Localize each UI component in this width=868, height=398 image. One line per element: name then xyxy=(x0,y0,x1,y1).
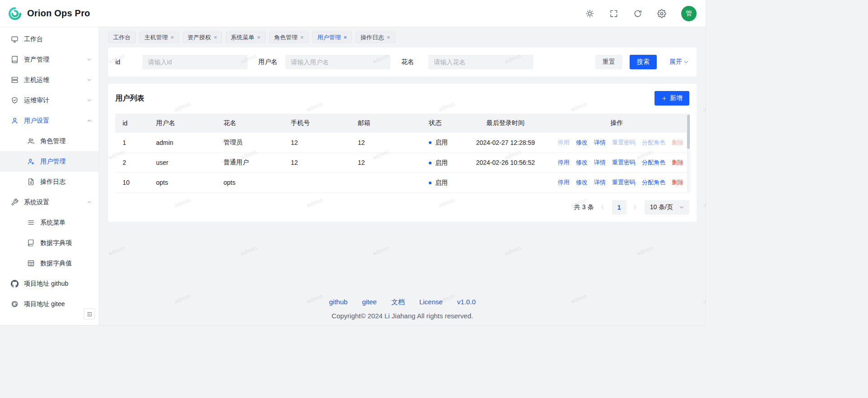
plus-icon xyxy=(661,96,667,101)
table-body: 1admin管理员1212启用2024-02-27 12:28:59停用修改详情… xyxy=(115,133,689,192)
tab-item[interactable]: 资产授权× xyxy=(183,32,223,43)
row-action-link[interactable]: 修改 xyxy=(576,179,588,186)
id-input[interactable] xyxy=(142,55,247,69)
expand-button[interactable]: 展开 xyxy=(669,58,689,66)
row-action-link[interactable]: 详情 xyxy=(594,139,606,146)
tab-item[interactable]: 主机管理× xyxy=(139,32,179,43)
footer-link[interactable]: github xyxy=(329,298,348,307)
tab-label: 资产授权 xyxy=(188,34,211,42)
search-button[interactable]: 搜索 xyxy=(630,55,657,69)
nickname-input[interactable] xyxy=(428,55,533,69)
row-action-link[interactable]: 删除 xyxy=(672,159,683,166)
add-user-button[interactable]: 新增 xyxy=(655,91,689,105)
tab-close-icon[interactable]: × xyxy=(343,34,347,40)
sidebar-item-tool[interactable]: 系统设置 xyxy=(0,192,99,212)
tab-item[interactable]: 工作台 xyxy=(108,32,136,43)
cell-id: 10 xyxy=(115,173,149,192)
watermark-text: admin xyxy=(504,245,522,257)
sidebar-item-table-grid[interactable]: 数据字典值 xyxy=(0,253,99,273)
sidebar-item-label: 系统设置 xyxy=(24,198,81,206)
row-action-link[interactable]: 停用 xyxy=(558,179,569,186)
pagination: 共 3 条 1 10 条/页 xyxy=(115,200,689,215)
sidebar-item-shield[interactable]: 运维审计 xyxy=(0,90,99,110)
theme-sun-icon[interactable] xyxy=(585,9,594,18)
watermark-text: admin xyxy=(636,245,655,257)
page-size-select[interactable]: 10 条/页 xyxy=(645,200,689,215)
sidebar-item-server[interactable]: 主机运维 xyxy=(0,70,99,90)
filter-field-id: id xyxy=(115,55,247,69)
footer-link[interactable]: v1.0.0 xyxy=(457,298,476,307)
brand[interactable]: Orion Ops Pro xyxy=(7,6,90,21)
watermark-text: admin xyxy=(372,245,390,257)
cell-phone xyxy=(284,173,351,192)
sidebar-item-label: 项目地址 github xyxy=(24,280,92,288)
collapse-menu-icon xyxy=(86,311,93,317)
sidebar-item-notebook[interactable]: 数据字典项 xyxy=(0,233,99,253)
chevron-up-icon xyxy=(86,118,92,124)
tab-item[interactable]: 系统菜单× xyxy=(226,32,266,43)
column-header: 邮箱 xyxy=(351,114,422,133)
row-action-link[interactable]: 修改 xyxy=(576,139,588,146)
footer-link[interactable]: 文档 xyxy=(391,298,405,307)
row-action-link[interactable]: 修改 xyxy=(576,159,588,166)
row-action-link[interactable]: 分配角色 xyxy=(642,179,665,186)
nickname-label: 花名 xyxy=(401,58,428,66)
row-action-link: 停用 xyxy=(558,139,569,146)
sidebar-nav: 工作台资产管理主机运维运维审计用户设置角色管理用户管理操作日志系统设置系统菜单数… xyxy=(0,29,99,314)
page-number-current[interactable]: 1 xyxy=(612,200,626,215)
tab-close-icon[interactable]: × xyxy=(300,34,304,40)
row-action-link[interactable]: 停用 xyxy=(558,159,569,166)
user-avatar[interactable]: 管 xyxy=(681,6,697,21)
tab-close-icon[interactable]: × xyxy=(171,34,174,40)
tab-close-icon[interactable]: × xyxy=(214,34,218,40)
tab-item[interactable]: 操作日志× xyxy=(356,32,395,43)
row-action-link[interactable]: 删除 xyxy=(672,179,683,186)
sidebar-item-label: 系统菜单 xyxy=(40,219,92,227)
app-title: Orion Ops Pro xyxy=(27,8,90,19)
reset-button[interactable]: 重置 xyxy=(595,55,622,69)
username-input[interactable] xyxy=(285,55,390,69)
refresh-icon[interactable] xyxy=(633,9,642,18)
watermark-text: admin xyxy=(702,101,706,113)
row-action-link: 删除 xyxy=(672,139,683,146)
table-row: 1admin管理员1212启用2024-02-27 12:28:59停用修改详情… xyxy=(115,133,689,153)
tab-close-icon[interactable]: × xyxy=(387,34,390,40)
sidebar-item-monitor[interactable]: 工作台 xyxy=(0,29,99,49)
table-scrollbar[interactable] xyxy=(687,114,690,193)
sidebar-item-users[interactable]: 角色管理 xyxy=(0,131,99,151)
settings-gear-icon[interactable] xyxy=(657,9,666,18)
user-table: id用户名花名手机号邮箱状态最后登录时间操作 1admin管理员1212启用20… xyxy=(115,114,689,193)
fullscreen-icon[interactable] xyxy=(609,9,618,18)
next-page-button[interactable] xyxy=(632,204,639,211)
row-action-link[interactable]: 重置密码 xyxy=(612,159,636,166)
sidebar-item-file-text[interactable]: 操作日志 xyxy=(0,172,99,192)
sidebar-item-label: 数据字典值 xyxy=(40,259,92,268)
row-action-link[interactable]: 重置密码 xyxy=(612,179,636,186)
tab-bar: 工作台主机管理×资产授权×系统菜单×角色管理×用户管理×操作日志× xyxy=(99,27,706,48)
main-area: 工作台主机管理×资产授权×系统菜单×角色管理×用户管理×操作日志× id 用户名… xyxy=(99,27,706,325)
sidebar-item-user-add[interactable]: 用户管理 xyxy=(0,151,99,172)
scrollbar-thumb[interactable] xyxy=(687,115,690,149)
row-action-link[interactable]: 分配角色 xyxy=(642,159,665,166)
status-badge: 启用 xyxy=(435,159,448,167)
cell-status: 启用 xyxy=(422,153,467,173)
app-logo-icon xyxy=(7,6,23,21)
footer-link[interactable]: gitee xyxy=(362,298,377,307)
footer-link[interactable]: License xyxy=(419,298,443,307)
row-action-link[interactable]: 详情 xyxy=(594,179,606,186)
tab-item[interactable]: 角色管理× xyxy=(269,32,309,43)
tab-item[interactable]: 用户管理× xyxy=(312,32,352,43)
file-text-icon xyxy=(27,178,35,186)
sidebar-item-github[interactable]: 项目地址 github xyxy=(0,273,99,294)
sidebar-item-user[interactable]: 用户设置 xyxy=(0,110,99,131)
column-header: 用户名 xyxy=(149,114,216,133)
sidebar-collapse-button[interactable] xyxy=(84,308,95,320)
tab-close-icon[interactable]: × xyxy=(257,34,261,40)
sidebar-item-book[interactable]: 资产管理 xyxy=(0,49,99,70)
prev-page-button[interactable] xyxy=(599,204,607,211)
filter-field-username: 用户名 xyxy=(258,55,390,69)
row-action-link[interactable]: 详情 xyxy=(594,159,606,166)
status-badge: 启用 xyxy=(435,179,448,187)
topbar-actions: 管 xyxy=(585,6,697,21)
sidebar-item-menu-lines[interactable]: 系统菜单 xyxy=(0,212,99,233)
